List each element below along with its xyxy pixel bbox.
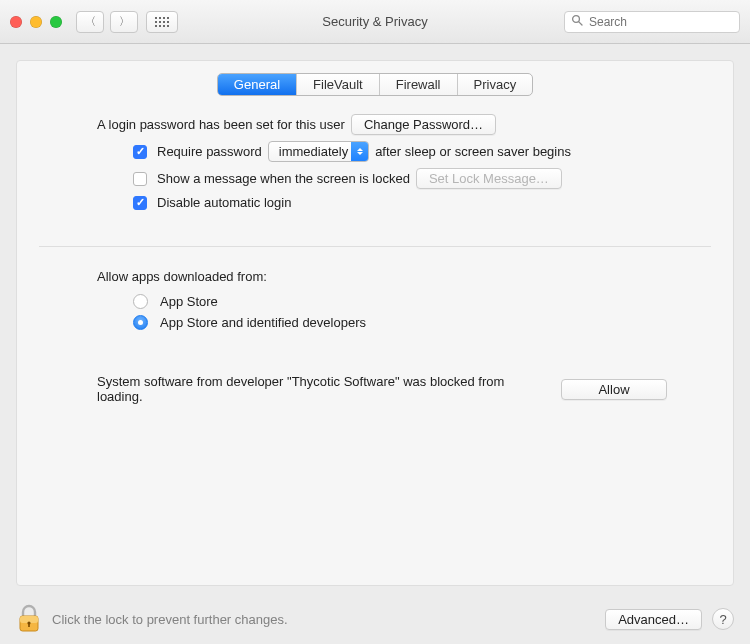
popup-arrows-icon [351, 142, 368, 161]
divider [39, 246, 711, 247]
change-password-button[interactable]: Change Password… [351, 114, 496, 135]
advanced-button[interactable]: Advanced… [605, 609, 702, 630]
show-all-button[interactable] [146, 11, 178, 33]
lock-icon[interactable] [16, 604, 42, 634]
tab-privacy[interactable]: Privacy [458, 74, 533, 95]
chevron-left-icon: 〈 [85, 14, 96, 29]
svg-rect-5 [28, 623, 30, 627]
require-password-label: Require password [157, 144, 262, 159]
svg-line-1 [579, 22, 582, 25]
disable-auto-login-row: Disable automatic login [133, 195, 703, 210]
allow-apps-header: Allow apps downloaded from: [97, 269, 703, 284]
tab-general[interactable]: General [218, 74, 297, 95]
search-field[interactable] [564, 11, 740, 33]
search-input[interactable] [587, 14, 741, 30]
require-password-row: Require password immediately after sleep… [133, 141, 703, 162]
disable-auto-login-label: Disable automatic login [157, 195, 291, 210]
radio-identified-label: App Store and identified developers [160, 315, 366, 330]
blocked-software-row: System software from developer "Thycotic… [97, 374, 703, 404]
close-icon[interactable] [10, 16, 22, 28]
show-message-label: Show a message when the screen is locked [157, 171, 410, 186]
zoom-icon[interactable] [50, 16, 62, 28]
password-set-text: A login password has been set for this u… [97, 117, 345, 132]
radio-identified[interactable] [133, 315, 148, 330]
titlebar: 〈 〉 Security & Privacy [0, 0, 750, 44]
tab-firewall[interactable]: Firewall [380, 74, 458, 95]
require-delay-value: immediately [279, 144, 348, 159]
blocked-software-text: System software from developer "Thycotic… [97, 374, 537, 404]
set-lock-message-button[interactable]: Set Lock Message… [416, 168, 562, 189]
allow-button[interactable]: Allow [561, 379, 667, 400]
body: General FileVault Firewall Privacy A log… [0, 44, 750, 644]
minimize-icon[interactable] [30, 16, 42, 28]
tab-filevault[interactable]: FileVault [297, 74, 380, 95]
show-message-row: Show a message when the screen is locked… [133, 168, 703, 189]
grid-icon [155, 17, 169, 27]
footer: Click the lock to prevent further change… [0, 594, 750, 644]
nav-buttons: 〈 〉 [76, 11, 138, 33]
after-sleep-text: after sleep or screen saver begins [375, 144, 571, 159]
chevron-right-icon: 〉 [119, 14, 130, 29]
allow-option-identified: App Store and identified developers [133, 315, 703, 330]
help-button[interactable]: ? [712, 608, 734, 630]
search-icon [571, 14, 583, 29]
tab-bar: General FileVault Firewall Privacy [217, 73, 533, 96]
preferences-panel: General FileVault Firewall Privacy A log… [16, 60, 734, 586]
radio-appstore[interactable] [133, 294, 148, 309]
security-privacy-window: 〈 〉 Security & Privacy General [0, 0, 750, 644]
back-button[interactable]: 〈 [76, 11, 104, 33]
require-delay-popup[interactable]: immediately [268, 141, 369, 162]
radio-appstore-label: App Store [160, 294, 218, 309]
help-icon: ? [719, 612, 726, 627]
general-content: A login password has been set for this u… [17, 114, 733, 210]
allow-option-appstore: App Store [133, 294, 703, 309]
disable-auto-login-checkbox[interactable] [133, 196, 147, 210]
password-set-row: A login password has been set for this u… [97, 114, 703, 135]
show-message-checkbox[interactable] [133, 172, 147, 186]
require-password-checkbox[interactable] [133, 145, 147, 159]
lock-text: Click the lock to prevent further change… [52, 612, 288, 627]
forward-button[interactable]: 〉 [110, 11, 138, 33]
window-controls [10, 16, 62, 28]
allow-apps-section: Allow apps downloaded from: App Store Ap… [17, 269, 733, 404]
